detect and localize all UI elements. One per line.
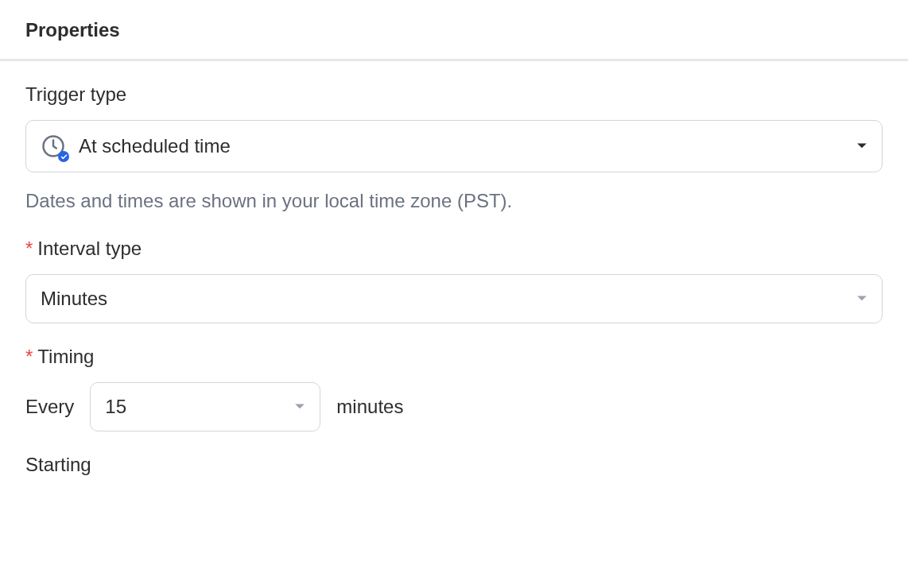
required-marker: *: [25, 346, 33, 367]
check-badge-icon: [58, 151, 69, 162]
chevron-down-icon: [856, 295, 867, 303]
starting-label: Starting: [25, 454, 883, 476]
chevron-down-icon: [856, 142, 867, 150]
timing-suffix: minutes: [336, 396, 403, 418]
timing-field: *Timing Every 15 minutes: [25, 346, 883, 431]
interval-type-value: Minutes: [41, 288, 856, 310]
trigger-type-label: Trigger type: [25, 83, 883, 106]
timing-row: Every 15 minutes: [25, 382, 883, 431]
trigger-type-helper: Dates and times are shown in your local …: [25, 190, 883, 212]
interval-type-select[interactable]: Minutes: [25, 274, 883, 323]
properties-header: Properties: [0, 0, 908, 61]
required-marker: *: [25, 238, 33, 259]
timing-value-select[interactable]: 15: [90, 382, 320, 431]
clock-icon: [41, 133, 66, 159]
timing-value: 15: [105, 396, 294, 418]
timing-label: *Timing: [25, 346, 883, 368]
chevron-down-icon: [294, 403, 305, 411]
starting-field: Starting: [25, 454, 883, 476]
timing-prefix: Every: [25, 396, 74, 418]
interval-type-field: *Interval type Minutes: [25, 238, 883, 323]
trigger-type-field: Trigger type At scheduled time: [25, 83, 883, 212]
trigger-type-select[interactable]: At scheduled time: [25, 120, 883, 172]
properties-content: Trigger type At scheduled time: [0, 61, 908, 520]
interval-type-label: *Interval type: [25, 238, 883, 260]
page-title: Properties: [25, 19, 883, 41]
trigger-type-value: At scheduled time: [79, 135, 856, 157]
